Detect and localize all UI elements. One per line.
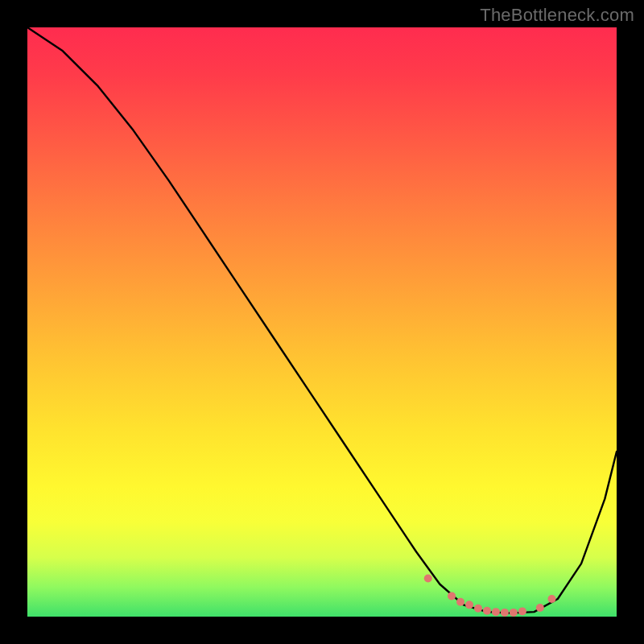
optimal-dot	[448, 592, 456, 600]
optimal-dot	[518, 607, 526, 615]
optimal-dot	[456, 598, 464, 606]
optimal-dot	[465, 601, 473, 609]
optimal-dot	[501, 609, 509, 617]
optimal-dot	[510, 609, 518, 617]
chart-frame: TheBottleneck.com	[0, 0, 644, 644]
optimal-dot	[492, 608, 500, 616]
optimal-dot	[424, 574, 432, 582]
bottleneck-curve	[27, 27, 617, 613]
optimal-dot	[536, 604, 544, 612]
watermark-text: TheBottleneck.com	[480, 5, 634, 26]
plot-area	[27, 27, 617, 617]
optimal-dot	[483, 607, 491, 615]
optimal-dot	[547, 595, 555, 603]
optimal-dot	[474, 605, 482, 613]
curve-layer	[27, 27, 617, 617]
